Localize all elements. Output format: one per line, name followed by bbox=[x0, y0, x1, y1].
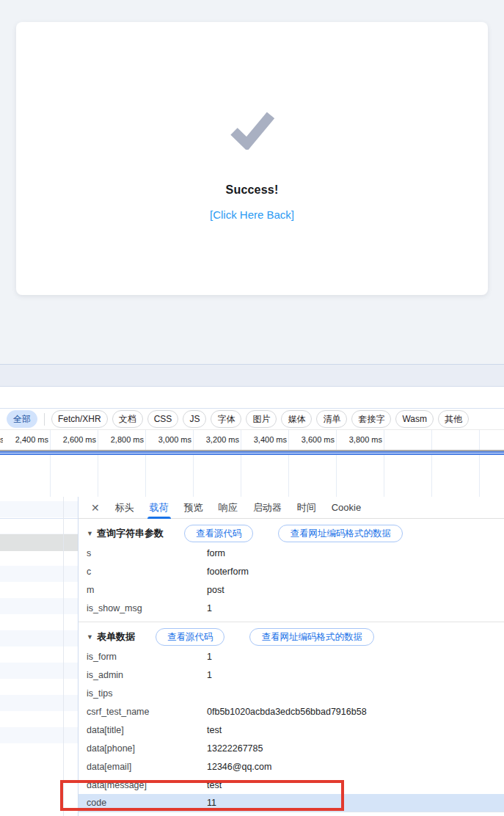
query-string-section-title[interactable]: 查询字符串参数 bbox=[97, 527, 164, 540]
tab-initiator[interactable]: 启动器 bbox=[253, 497, 282, 519]
timeline-tick: 3,600 ms bbox=[283, 435, 335, 444]
filter-chip-all[interactable]: 全部 bbox=[7, 410, 37, 428]
filter-chip-img[interactable]: 图片 bbox=[246, 410, 277, 428]
collapse-triangle-icon[interactable]: ▼ bbox=[87, 530, 93, 537]
tab-payload[interactable]: 载荷 bbox=[150, 497, 169, 519]
param-row: c footerform bbox=[78, 562, 504, 580]
param-value: 13222267785 bbox=[207, 743, 263, 754]
query-string-section-header: ▼ 查询字符串参数 查看源代码 查看网址编码格式的数据 bbox=[78, 523, 504, 544]
devtools-network-panel: 全部 Fetch/XHR 文档 CSS JS 字体 图片 媒体 清单 套接字 W… bbox=[0, 408, 504, 816]
param-key: data[email] bbox=[87, 762, 207, 772]
view-urlencoded-button[interactable]: 查看网址编码格式的数据 bbox=[249, 628, 374, 646]
filter-chip-js[interactable]: JS bbox=[183, 410, 206, 428]
param-row: s form bbox=[78, 544, 504, 562]
filter-chip-fetch-xhr[interactable]: Fetch/XHR bbox=[51, 410, 108, 428]
network-filter-bar: 全部 Fetch/XHR 文档 CSS JS 字体 图片 媒体 清单 套接字 W… bbox=[0, 409, 504, 430]
success-message: Success! bbox=[226, 183, 279, 197]
detail-tab-bar: ✕ 标头 载荷 预览 响应 启动器 时间 Cookie bbox=[78, 497, 504, 519]
view-source-button[interactable]: 查看源代码 bbox=[184, 525, 254, 542]
param-key: m bbox=[87, 585, 207, 595]
tab-payload-label: 载荷 bbox=[150, 501, 169, 514]
selected-request-row[interactable] bbox=[0, 534, 78, 551]
param-key: s bbox=[87, 548, 207, 558]
form-data-section-title[interactable]: 表单数据 bbox=[97, 630, 135, 644]
param-row: is_tips bbox=[78, 684, 504, 702]
param-value: form bbox=[207, 548, 225, 558]
filter-chip-socket[interactable]: 套接字 bbox=[351, 410, 391, 428]
request-list-column-divider bbox=[63, 497, 64, 816]
form-data-section-header: ▼ 表单数据 查看源代码 查看网址编码格式的数据 bbox=[78, 627, 504, 647]
param-key: csrf_test_name bbox=[87, 707, 207, 717]
param-row: is_show_msg 1 bbox=[78, 599, 504, 617]
overview-selection-bars[interactable] bbox=[0, 450, 504, 455]
param-key: c bbox=[87, 567, 207, 577]
toolbar-band bbox=[0, 364, 504, 387]
param-value: footerform bbox=[207, 567, 249, 577]
page-background: Success! [Click Here Back] bbox=[0, 0, 504, 364]
filter-chip-css[interactable]: CSS bbox=[147, 410, 179, 428]
check-icon bbox=[228, 109, 277, 150]
view-source-button[interactable]: 查看源代码 bbox=[156, 628, 225, 646]
filter-chip-doc[interactable]: 文档 bbox=[112, 410, 143, 428]
param-key: is_show_msg bbox=[87, 603, 207, 613]
waterfall-grid bbox=[0, 455, 504, 497]
param-value: 1 bbox=[207, 603, 212, 613]
timeline-tick: 3,800 ms bbox=[331, 435, 382, 444]
param-value: 12346@qq.com bbox=[207, 762, 271, 772]
param-row: is_form 1 bbox=[78, 647, 504, 666]
close-icon[interactable]: ✕ bbox=[91, 503, 100, 513]
param-value: test bbox=[207, 725, 222, 735]
timeline-tick: 3,400 ms bbox=[235, 435, 287, 444]
tab-cookies[interactable]: Cookie bbox=[332, 497, 361, 519]
collapse-triangle-icon[interactable]: ▼ bbox=[87, 633, 93, 641]
network-main-area: ✕ 标头 载荷 预览 响应 启动器 时间 Cookie ▼ 查询字符串参数 查看… bbox=[0, 497, 504, 816]
tab-timing[interactable]: 时间 bbox=[297, 497, 316, 519]
param-row: data[phone] 13222267785 bbox=[78, 739, 504, 757]
back-link[interactable]: [Click Here Back] bbox=[210, 208, 294, 221]
filter-chip-manifest[interactable]: 清单 bbox=[316, 410, 347, 428]
param-key: data[phone] bbox=[87, 743, 207, 754]
tab-headers[interactable]: 标头 bbox=[115, 497, 134, 519]
annotation-red-rectangle bbox=[60, 780, 344, 811]
param-value: 1 bbox=[207, 652, 212, 662]
param-key: is_tips bbox=[87, 688, 207, 699]
param-value: 0fb5b1020acbda3edcb56bbad7916b58 bbox=[207, 707, 367, 717]
request-detail-pane: ✕ 标头 载荷 预览 响应 启动器 时间 Cookie ▼ 查询字符串参数 查看… bbox=[78, 497, 504, 816]
timeline-ruler: s 2,400 ms 2,600 ms 2,800 ms 3,000 ms 3,… bbox=[0, 430, 504, 450]
filter-chip-media[interactable]: 媒体 bbox=[281, 410, 312, 428]
tab-preview[interactable]: 预览 bbox=[184, 497, 203, 519]
param-row: csrf_test_name 0fb5b1020acbda3edcb56bbad… bbox=[78, 702, 504, 721]
tab-response[interactable]: 响应 bbox=[219, 497, 238, 519]
param-key: data[title] bbox=[87, 725, 207, 735]
timeline-tick: 2,400 ms bbox=[0, 435, 48, 444]
param-key: is_admin bbox=[87, 670, 207, 680]
request-list-column[interactable] bbox=[0, 497, 78, 816]
timeline-tick: 3,000 ms bbox=[140, 435, 191, 444]
filter-chip-wasm[interactable]: Wasm bbox=[395, 410, 434, 428]
param-row: data[email] 12346@qq.com bbox=[78, 757, 504, 776]
timeline-tick: 3,200 ms bbox=[188, 435, 239, 444]
param-row: m post bbox=[78, 580, 504, 599]
timeline-tick: 2,800 ms bbox=[92, 435, 144, 444]
request-row-divider bbox=[0, 518, 78, 519]
param-value: 1 bbox=[207, 670, 212, 680]
timeline-tick: 2,600 ms bbox=[45, 435, 96, 444]
view-urlencoded-button[interactable]: 查看网址编码格式的数据 bbox=[278, 525, 403, 542]
param-key: is_form bbox=[87, 652, 207, 662]
filter-chip-font[interactable]: 字体 bbox=[211, 410, 241, 428]
filter-chip-other[interactable]: 其他 bbox=[438, 410, 469, 428]
param-value: post bbox=[207, 585, 224, 595]
filter-separator bbox=[44, 413, 45, 426]
active-tab-underline bbox=[147, 517, 171, 519]
param-row: data[title] test bbox=[78, 721, 504, 739]
section-divider bbox=[78, 622, 504, 622]
success-card: Success! [Click Here Back] bbox=[16, 22, 488, 295]
param-row: is_admin 1 bbox=[78, 666, 504, 684]
